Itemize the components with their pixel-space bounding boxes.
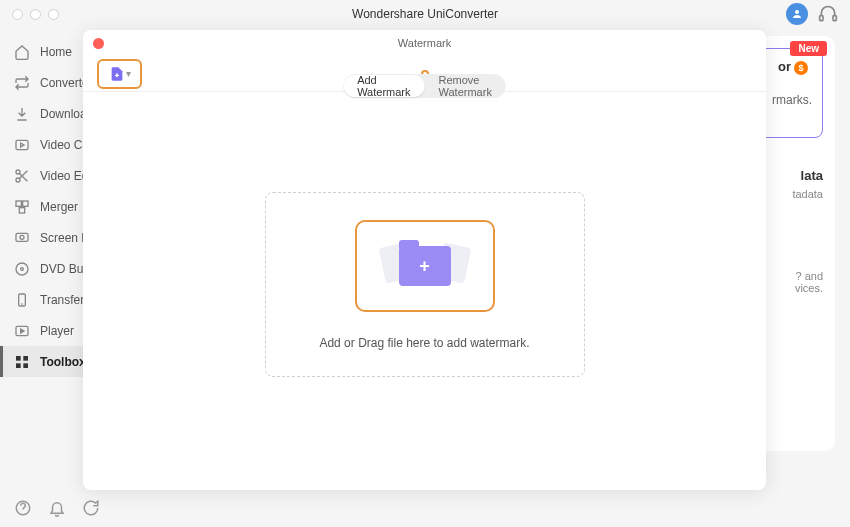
app-title: Wondershare UniConverter <box>352 7 498 21</box>
svg-rect-9 <box>16 233 28 241</box>
new-badge: New <box>790 41 827 56</box>
watermark-tabs: Add Watermark Remove Watermark <box>343 74 506 98</box>
home-icon <box>14 44 30 60</box>
transfer-icon <box>14 292 30 308</box>
player-icon <box>14 323 30 339</box>
bell-icon[interactable] <box>48 499 66 517</box>
svg-rect-15 <box>16 356 21 361</box>
modal-title: Watermark <box>398 37 451 49</box>
file-plus-icon <box>109 66 125 82</box>
compress-icon <box>14 137 30 153</box>
sidebar-item-label: Player <box>40 324 74 338</box>
svg-point-12 <box>21 267 24 270</box>
user-account-button[interactable] <box>786 3 808 25</box>
sidebar-item-label: Home <box>40 45 72 59</box>
help-icon[interactable] <box>14 499 32 517</box>
svg-rect-3 <box>16 140 28 149</box>
svg-rect-2 <box>833 16 836 21</box>
svg-rect-7 <box>23 201 28 206</box>
svg-rect-8 <box>19 207 24 212</box>
sidebar-item-label: Merger <box>40 200 78 214</box>
svg-rect-18 <box>23 363 28 368</box>
user-icon <box>791 8 803 20</box>
modal-toolbar: ▾ Add Watermark Remove Watermark <box>83 56 766 92</box>
dvd-icon <box>14 261 30 277</box>
chevron-down-icon: ▾ <box>126 68 131 79</box>
modal-close-icon[interactable] <box>93 38 104 49</box>
app-titlebar: Wondershare UniConverter <box>0 0 850 28</box>
convert-icon <box>14 75 30 91</box>
add-file-button[interactable]: ▾ <box>97 59 142 89</box>
drop-zone-text: Add or Drag file here to add watermark. <box>319 336 529 350</box>
grid-icon <box>14 354 30 370</box>
svg-point-5 <box>16 178 20 182</box>
svg-point-0 <box>795 10 799 14</box>
plus-icon: + <box>419 255 430 276</box>
folder-illustration[interactable]: + <box>355 220 495 312</box>
svg-point-10 <box>20 235 24 239</box>
scissors-icon <box>14 168 30 184</box>
tab-remove-watermark[interactable]: Remove Watermark <box>425 75 506 97</box>
modal-titlebar: Watermark <box>83 30 766 56</box>
close-window-icon[interactable] <box>12 9 23 20</box>
maximize-window-icon[interactable] <box>48 9 59 20</box>
svg-rect-16 <box>23 356 28 361</box>
svg-point-11 <box>16 263 28 275</box>
download-icon <box>14 106 30 122</box>
svg-point-4 <box>16 170 20 174</box>
merge-icon <box>14 199 30 215</box>
watermark-modal: Watermark ▾ Add Watermark Remove Waterma… <box>83 30 766 490</box>
promo-title: or$ <box>778 59 808 75</box>
sidebar-item-label: Toolbox <box>40 355 86 369</box>
dollar-badge-icon: $ <box>794 61 808 75</box>
record-icon <box>14 230 30 246</box>
support-icon[interactable] <box>818 4 838 24</box>
sidebar-item-label: Transfer <box>40 293 84 307</box>
minimize-window-icon[interactable] <box>30 9 41 20</box>
window-controls[interactable] <box>12 9 59 20</box>
footer-toolbar <box>14 499 100 517</box>
svg-rect-6 <box>16 201 21 206</box>
svg-rect-17 <box>16 363 21 368</box>
svg-rect-1 <box>820 16 823 21</box>
folder-icon: + <box>399 246 451 286</box>
feedback-icon[interactable] <box>82 499 100 517</box>
file-drop-zone[interactable]: + Add or Drag file here to add watermark… <box>265 192 585 377</box>
tab-add-watermark[interactable]: Add Watermark <box>343 75 424 97</box>
